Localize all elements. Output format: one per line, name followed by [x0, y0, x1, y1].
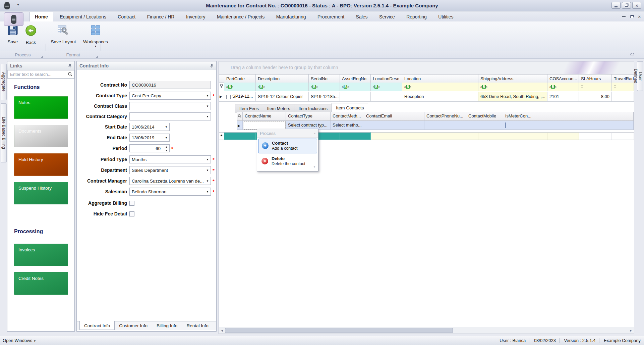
contacts-search-header[interactable]: [237, 112, 243, 121]
tab-maintenance-projects[interactable]: Maintenance / Projects: [212, 12, 270, 22]
links-search-input[interactable]: [7, 70, 74, 79]
contact-method-cell[interactable]: Select metho...: [331, 121, 364, 130]
format-dialog-launcher-icon[interactable]: [96, 56, 98, 58]
chevron-down-icon[interactable]: ▼: [165, 136, 168, 139]
suspend-history-button[interactable]: Suspend History: [14, 182, 68, 204]
filter-cell-location[interactable]: aBc: [402, 83, 478, 91]
period-stepper[interactable]: 60 ▲▼: [129, 144, 170, 152]
contract-class-select[interactable]: ▼: [129, 102, 211, 110]
is-meter-contact-checkbox[interactable]: [505, 122, 506, 128]
cell-description[interactable]: SP19-12 Colour Copier: [256, 92, 309, 102]
side-tab-life-based-billing[interactable]: Life Based Billing: [1, 103, 7, 162]
chevron-down-icon[interactable]: ▼: [206, 115, 209, 118]
row-expand-indicator[interactable]: ▶: [219, 92, 224, 102]
filter-cell-travelradius[interactable]: =: [612, 83, 634, 91]
new-row-cell-location[interactable]: [402, 132, 478, 140]
mdi-minimize-icon[interactable]: [622, 16, 626, 17]
mdi-restore-icon[interactable]: [630, 15, 633, 18]
collapse-detail-icon[interactable]: −: [226, 95, 231, 99]
column-header-assetregno[interactable]: AssetRegNo: [340, 74, 371, 83]
tab-home[interactable]: Home: [30, 12, 53, 22]
chevron-down-icon[interactable]: ▼: [206, 180, 209, 183]
cell-assetregno[interactable]: [340, 92, 371, 102]
spinner-down-icon[interactable]: ▼: [164, 149, 169, 152]
minimize-button[interactable]: [611, 2, 621, 9]
chevron-down-icon[interactable]: ▼: [206, 158, 209, 161]
notes-button[interactable]: Notes: [14, 96, 68, 119]
contact-row-indicator[interactable]: ▶: [237, 121, 243, 130]
contract-no-field[interactable]: CO0000016: [129, 81, 211, 89]
scroll-right-icon[interactable]: ►: [628, 328, 634, 333]
chevron-down-icon[interactable]: ▼: [206, 169, 209, 172]
column-header-ismetercontact[interactable]: IsMeterCon...: [503, 112, 539, 121]
chevron-down-icon[interactable]: ▼: [206, 94, 209, 97]
contact-name-edit-cell[interactable]: [243, 121, 286, 130]
filter-cell-locationdesc[interactable]: aBc: [371, 83, 402, 91]
department-select[interactable]: Sales Department ▼: [129, 166, 211, 174]
tab-service[interactable]: Service: [374, 12, 400, 22]
back-button[interactable]: Back: [21, 23, 40, 49]
tab-rental-info[interactable]: Rental Info: [182, 322, 213, 330]
filter-cell-description[interactable]: aBc: [256, 83, 309, 91]
contract-category-select[interactable]: ▼: [129, 112, 211, 120]
column-header-contactmethod[interactable]: ContactMeth...: [331, 112, 364, 121]
new-row-cell-shippingaddress[interactable]: [478, 132, 547, 140]
filter-cell-partcode[interactable]: aBc: [224, 83, 256, 91]
column-header-slahours[interactable]: SLAHours: [579, 74, 612, 83]
end-date-picker[interactable]: 13/06/2019 ▼: [129, 134, 170, 142]
tab-inventory[interactable]: Inventory: [181, 12, 211, 22]
column-header-location[interactable]: Location: [402, 74, 478, 83]
close-button[interactable]: ×: [632, 2, 641, 9]
tab-procurement[interactable]: Procurement: [312, 12, 349, 22]
salesman-select[interactable]: Belinda Sharman ▼: [129, 188, 211, 196]
column-header-partcode[interactable]: PartCode: [224, 74, 256, 83]
workspaces-button[interactable]: Workspaces ▼: [80, 23, 111, 49]
contract-type-select[interactable]: Cost Per Copy ▼: [129, 92, 211, 100]
menu-scroll-up-icon[interactable]: ▲: [313, 132, 316, 135]
process-dialog-launcher-icon[interactable]: [41, 56, 43, 58]
tab-contract[interactable]: Contract: [113, 12, 140, 22]
open-windows-button[interactable]: Open Windows ▼: [3, 338, 36, 343]
application-menu-button[interactable]: [4, 12, 23, 26]
new-row-cell-travelradius[interactable]: [612, 132, 634, 140]
restore-button[interactable]: [622, 2, 631, 9]
documents-button[interactable]: Documents: [14, 125, 68, 147]
horizontal-scrollbar[interactable]: ◄ ►: [219, 327, 634, 334]
new-row-cell-assetregno[interactable]: [340, 132, 371, 140]
filter-cell-assetregno[interactable]: aBc: [340, 83, 371, 91]
column-header-contactemail[interactable]: ContactEmail: [364, 112, 424, 121]
cell-serialno[interactable]: SP19-12185...: [309, 92, 340, 102]
cell-partcode[interactable]: −SP19-12...: [224, 92, 256, 102]
hide-fee-detail-checkbox[interactable]: [129, 211, 134, 216]
column-header-serialno[interactable]: SerialNo: [309, 74, 340, 83]
contact-email-cell[interactable]: [364, 121, 424, 130]
menu-item-delete[interactable]: × Delete Delete the contact ▼: [258, 154, 317, 169]
group-by-bar[interactable]: Drag a column header here to group by th…: [219, 61, 634, 74]
start-date-picker[interactable]: 13/06/2014 ▼: [129, 123, 170, 131]
column-header-locationdesc[interactable]: LocationDesc: [371, 74, 402, 83]
period-type-select[interactable]: Months ▼: [129, 155, 211, 163]
contact-phone-cell[interactable]: [424, 121, 466, 130]
filter-cell-slahours[interactable]: =: [579, 83, 612, 91]
cell-locationdesc[interactable]: [371, 92, 402, 102]
scroll-left-icon[interactable]: ◄: [219, 328, 225, 333]
chevron-down-icon[interactable]: ▼: [206, 190, 209, 193]
column-header-cosaccount[interactable]: COSAccoun...: [547, 74, 579, 83]
hold-history-button[interactable]: Hold History: [14, 153, 68, 176]
save-button[interactable]: Save: [3, 23, 22, 49]
invoices-button[interactable]: Invoices: [14, 244, 68, 266]
new-row-cell-locationdesc[interactable]: [371, 132, 402, 140]
tab-reporting[interactable]: Reporting: [401, 12, 432, 22]
column-header-travelradius[interactable]: TravelRadiu...: [612, 74, 634, 83]
scrollbar-thumb[interactable]: [225, 328, 453, 333]
tab-contract-info[interactable]: Contract Info: [79, 321, 115, 330]
tab-billing-info[interactable]: Billing Info: [152, 322, 182, 330]
column-header-contactname[interactable]: ContactName: [243, 112, 286, 121]
tab-sales[interactable]: Sales: [351, 12, 373, 22]
cell-slahours[interactable]: 8.00: [579, 92, 612, 102]
filter-cell-shippingaddress[interactable]: aBc: [478, 83, 547, 91]
column-header-contactmobile[interactable]: ContactMobile: [466, 112, 503, 121]
contract-manager-select[interactable]: Carolina Suzzetta Lourens van de... ▼: [129, 177, 211, 185]
cell-travelradius[interactable]: [612, 92, 634, 102]
is-meter-contact-cell[interactable]: [503, 121, 539, 130]
